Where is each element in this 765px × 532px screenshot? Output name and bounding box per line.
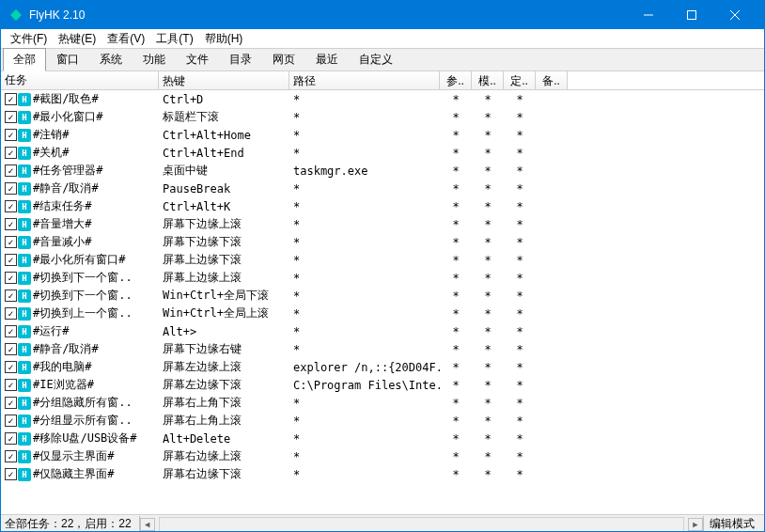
table-row[interactable]: #切换到下一个窗..屏幕上边缘上滚**** bbox=[1, 269, 764, 287]
tab-3[interactable]: 功能 bbox=[133, 48, 176, 71]
cell-hotkey: Ctrl+D bbox=[159, 93, 289, 106]
scroll-left-arrow[interactable]: ◄ bbox=[140, 518, 155, 531]
cell-custom: * bbox=[504, 379, 536, 392]
checkbox-icon[interactable] bbox=[5, 468, 17, 480]
app-icon bbox=[8, 8, 23, 23]
checkbox-icon[interactable] bbox=[5, 415, 17, 427]
tab-8[interactable]: 自定义 bbox=[349, 48, 403, 71]
checkbox-icon[interactable] bbox=[5, 111, 17, 123]
hotkey-icon bbox=[18, 147, 31, 160]
table-row[interactable]: #我的电脑#屏幕左边缘上滚explorer /n,::{20D04F..*** bbox=[1, 358, 764, 376]
tab-0[interactable]: 全部 bbox=[3, 48, 46, 71]
checkbox-icon[interactable] bbox=[5, 147, 17, 159]
menu-item-3[interactable]: 工具(T) bbox=[150, 29, 198, 49]
minimize-button[interactable] bbox=[627, 1, 670, 29]
checkbox-icon[interactable] bbox=[5, 236, 17, 248]
table-body[interactable]: #截图/取色#Ctrl+D****#最小化窗口#标题栏下滚****#注销#Ctr… bbox=[1, 90, 764, 514]
cell-hotkey: 屏幕右边缘下滚 bbox=[159, 466, 289, 482]
tab-2[interactable]: 系统 bbox=[89, 48, 133, 71]
table-row[interactable]: #音量减小#屏幕下边缘下滚**** bbox=[1, 233, 764, 251]
cell-hotkey: 屏幕右上角上滚 bbox=[159, 413, 289, 429]
cell-param: * bbox=[440, 325, 472, 338]
table-row[interactable]: #仅隐藏主界面#屏幕右边缘下滚**** bbox=[1, 465, 764, 483]
horizontal-scrollbar[interactable] bbox=[159, 517, 684, 532]
table-row[interactable]: #仅显示主界面#屏幕右边缘上滚**** bbox=[1, 447, 764, 465]
table-row[interactable]: #注销#Ctrl+Alt+Home**** bbox=[1, 126, 764, 144]
checkbox-icon[interactable] bbox=[5, 343, 17, 355]
cell-mode: * bbox=[472, 93, 504, 106]
edit-mode-label[interactable]: 编辑模式 bbox=[703, 516, 760, 532]
checkbox-icon[interactable] bbox=[5, 397, 17, 409]
task-label: #截图/取色# bbox=[33, 91, 99, 107]
cell-mode: * bbox=[472, 218, 504, 231]
tab-7[interactable]: 最近 bbox=[305, 48, 349, 71]
cell-hotkey: Ctrl+Alt+K bbox=[159, 200, 289, 213]
cell-hotkey: 屏幕左边缘上滚 bbox=[159, 359, 289, 375]
column-path[interactable]: 路径 bbox=[289, 71, 440, 89]
checkbox-icon[interactable] bbox=[5, 432, 17, 445]
table-row[interactable]: #分组隐藏所有窗..屏幕右上角下滚**** bbox=[1, 394, 764, 412]
status-text: 全部任务：22，启用：22 bbox=[5, 516, 140, 532]
cell-mode: * bbox=[472, 254, 504, 267]
cell-param: * bbox=[440, 450, 472, 463]
menu-item-1[interactable]: 热键(E) bbox=[53, 29, 101, 49]
checkbox-icon[interactable] bbox=[5, 450, 17, 462]
scroll-right-arrow[interactable]: ► bbox=[688, 518, 703, 531]
table-row[interactable]: #截图/取色#Ctrl+D**** bbox=[1, 90, 764, 108]
column-custom[interactable]: 定.. bbox=[504, 71, 536, 89]
checkbox-icon[interactable] bbox=[5, 93, 17, 105]
table-row[interactable]: #运行#Alt+>**** bbox=[1, 322, 764, 340]
cell-param: * bbox=[440, 182, 472, 196]
column-param[interactable]: 参.. bbox=[440, 71, 472, 89]
cell-path: * bbox=[289, 182, 440, 196]
column-hotkey[interactable]: 热键 bbox=[159, 71, 289, 89]
cell-path: * bbox=[289, 272, 440, 285]
close-button[interactable] bbox=[713, 1, 757, 29]
checkbox-icon[interactable] bbox=[5, 254, 17, 266]
cell-path: * bbox=[289, 450, 440, 463]
table-row[interactable]: #静音/取消#PauseBreak**** bbox=[1, 180, 764, 197]
table-row[interactable]: #结束任务#Ctrl+Alt+K**** bbox=[1, 197, 764, 215]
tab-5[interactable]: 目录 bbox=[219, 48, 262, 71]
tab-4[interactable]: 文件 bbox=[176, 48, 219, 71]
checkbox-icon[interactable] bbox=[5, 325, 17, 337]
cell-custom: * bbox=[504, 272, 536, 285]
cell-custom: * bbox=[504, 343, 536, 356]
menu-item-2[interactable]: 查看(V) bbox=[101, 29, 150, 49]
checkbox-icon[interactable] bbox=[5, 289, 17, 302]
table-row[interactable]: #最小化所有窗口#屏幕上边缘下滚**** bbox=[1, 251, 764, 269]
table-row[interactable]: #切换到下一个窗..Win+Ctrl+全局下滚**** bbox=[1, 287, 764, 305]
table-row[interactable]: #分组显示所有窗..屏幕右上角上滚**** bbox=[1, 412, 764, 430]
table-row[interactable]: #切换到上一个窗..Win+Ctrl+全局上滚**** bbox=[1, 305, 764, 322]
titlebar[interactable]: FlyHK 2.10 bbox=[1, 1, 764, 29]
checkbox-icon[interactable] bbox=[5, 200, 17, 212]
checkbox-icon[interactable] bbox=[5, 129, 17, 141]
checkbox-icon[interactable] bbox=[5, 164, 17, 177]
cell-mode: * bbox=[472, 450, 504, 463]
column-remark[interactable]: 备.. bbox=[536, 71, 568, 89]
cell-path: * bbox=[289, 93, 440, 106]
table-row[interactable]: #关机#Ctrl+Alt+End**** bbox=[1, 144, 764, 162]
table-row[interactable]: #IE浏览器#屏幕左边缘下滚C:\Program Files\Inte..*** bbox=[1, 376, 764, 394]
checkbox-icon[interactable] bbox=[5, 307, 17, 320]
menu-item-4[interactable]: 帮助(H) bbox=[199, 29, 249, 49]
checkbox-icon[interactable] bbox=[5, 218, 17, 230]
table-row[interactable]: #音量增大#屏幕下边缘上滚**** bbox=[1, 215, 764, 233]
table-row[interactable]: #最小化窗口#标题栏下滚**** bbox=[1, 108, 764, 126]
checkbox-icon[interactable] bbox=[5, 361, 17, 373]
menu-item-0[interactable]: 文件(F) bbox=[5, 29, 53, 49]
hotkey-icon bbox=[18, 218, 31, 231]
tab-6[interactable]: 网页 bbox=[262, 48, 305, 71]
table-row[interactable]: #静音/取消#屏幕下边缘右键**** bbox=[1, 340, 764, 358]
checkbox-icon[interactable] bbox=[5, 272, 17, 284]
table-row[interactable]: #任务管理器#桌面中键taskmgr.exe*** bbox=[1, 162, 764, 180]
cell-param: * bbox=[440, 379, 472, 392]
tab-1[interactable]: 窗口 bbox=[46, 48, 89, 71]
cell-path: * bbox=[289, 415, 440, 428]
checkbox-icon[interactable] bbox=[5, 182, 17, 195]
table-row[interactable]: #移除U盘/USB设备#Alt+Delete**** bbox=[1, 430, 764, 447]
column-task[interactable]: 任务 bbox=[1, 71, 159, 89]
maximize-button[interactable] bbox=[670, 1, 713, 29]
column-mode[interactable]: 模.. bbox=[472, 71, 504, 89]
checkbox-icon[interactable] bbox=[5, 379, 17, 391]
